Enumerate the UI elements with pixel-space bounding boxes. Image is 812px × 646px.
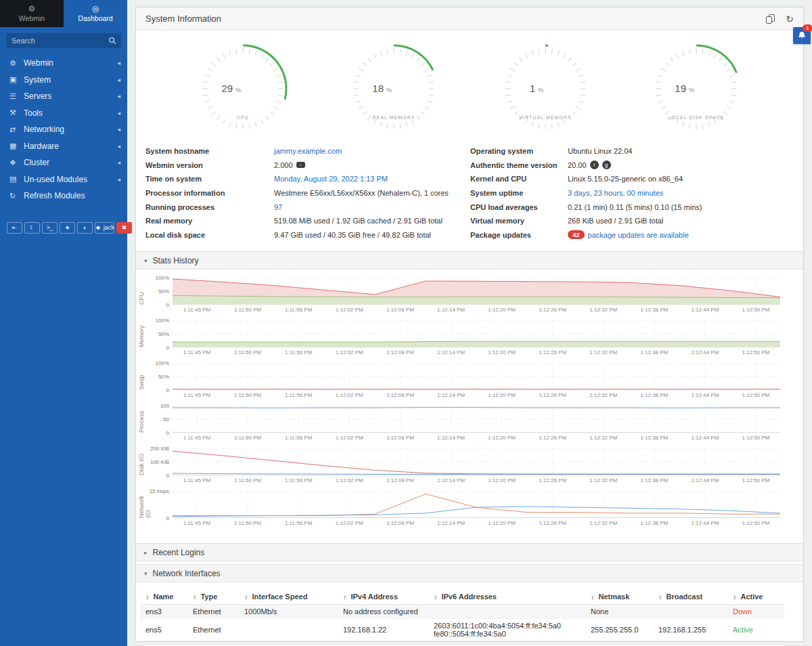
gauge-real-memory: 18%REAL MEMORY <box>343 39 445 140</box>
update-badge-icon[interactable]: ↑ <box>296 162 306 168</box>
x-tick-label: 1:12:32 PM <box>589 349 617 356</box>
info-value: 9.47 GiB used / 40.35 GiB free / 49.82 G… <box>274 231 431 239</box>
notifications-button[interactable]: 1 <box>793 27 811 44</box>
refresh-icon[interactable]: ↻ <box>786 14 794 24</box>
x-tick-label: 1:12:32 PM <box>589 477 617 483</box>
y-tick-label: 15 Kbps <box>150 488 169 494</box>
info-label: Virtual memory <box>468 217 568 225</box>
search-input[interactable] <box>6 33 121 48</box>
section-recent-logins[interactable]: ▸ Recent Logins <box>136 543 803 561</box>
svg-text:LOCAL DISK SPACE: LOCAL DISK SPACE <box>669 115 725 120</box>
column-header-netmask[interactable]: ▲▼Netmask <box>585 589 653 605</box>
y-tick-label: 50 <box>163 416 169 423</box>
sidebar-item-label: Webmin <box>24 58 117 68</box>
column-header-type[interactable]: ▲▼Type <box>187 589 239 605</box>
svg-text:%: % <box>689 87 694 93</box>
cell-active: Down <box>727 605 784 619</box>
sidebar-item-cluster[interactable]: ❖Cluster◂ <box>0 154 127 171</box>
chevron-left-icon: ◂ <box>117 77 120 83</box>
sidebar-item-label: Networking <box>24 125 117 134</box>
sidebar-tabs: ⚙ Webmin ◎ Dashboard <box>0 0 127 27</box>
copy-icon[interactable] <box>765 14 775 24</box>
night-mode-icon[interactable]: ☾ <box>24 222 40 234</box>
chart-disk-i-o: Disk I/O200 KiB100 KiB01:11:45 PM1:11:50… <box>136 448 803 484</box>
hardware-icon: ▦ <box>9 142 22 150</box>
info-value-link[interactable]: 3 days, 23 hours, 00 minutes <box>568 189 663 197</box>
collapse-sidebar-icon[interactable]: ⇤ <box>7 222 22 234</box>
x-tick-label: 1:12:02 PM <box>336 349 363 356</box>
terminal-icon[interactable]: >_ <box>42 222 58 234</box>
sidebar-item-hardware[interactable]: ▦Hardware◂ <box>0 138 127 155</box>
sort-icon: ▲▼ <box>343 595 346 600</box>
sidebar-item-servers[interactable]: ☰Servers◂ <box>0 88 127 105</box>
x-tick-label: 1:12:44 PM <box>691 477 719 483</box>
sort-icon: ▲▼ <box>145 595 149 600</box>
sidebar-item-label: Servers <box>24 91 117 101</box>
chart-axis-title: Process <box>138 406 145 433</box>
info-value: 3 days, 23 hours, 00 minutes <box>568 189 663 197</box>
column-label: Broadcast <box>666 593 702 601</box>
y-tick-label: 0 <box>166 515 169 521</box>
sidebar-item-un-used-modules[interactable]: ▤Un-used Modules◂ <box>0 171 127 188</box>
networking-icon: ⇄ <box>9 125 22 134</box>
notification-count-badge: 1 <box>803 24 812 32</box>
x-tick-label: 1:12:20 PM <box>488 435 516 441</box>
x-tick-label: 1:12:50 PM <box>742 349 770 356</box>
info-circle-icon[interactable]: i <box>590 160 599 169</box>
y-tick-label: 100 <box>160 403 169 409</box>
column-header-ipv6-addresses[interactable]: ▲▼IPv6 Addresses <box>428 589 585 605</box>
main-content: System Information ↻ 29%CPU18%REAL MEMOR… <box>127 0 812 642</box>
section-network-interfaces[interactable]: ▾ Network Interfaces <box>136 564 803 582</box>
info-value-text: 9.47 GiB used / 40.35 GiB free / 49.82 G… <box>274 231 431 239</box>
x-axis-labels: 1:11:45 PM1:11:50 PM1:11:56 PM1:12:02 PM… <box>173 433 780 442</box>
column-header-active[interactable]: ▲▼Active <box>727 589 784 605</box>
section-stats-history[interactable]: ▾ Stats History <box>136 251 803 270</box>
x-tick-label: 1:11:45 PM <box>183 520 210 526</box>
sidebar-footer: ⇤☾>_★◐☻jack✖ <box>7 222 127 234</box>
info-value-link[interactable]: Monday, August 29, 2022 1:13 PM <box>274 175 388 183</box>
favorites-icon[interactable]: ★ <box>60 222 75 234</box>
network-interfaces-table: ▲▼Name▲▼Type▲▼Interface Speed▲▼IPv4 Addr… <box>140 589 784 641</box>
x-tick-label: 1:11:45 PM <box>183 477 210 483</box>
tab-dashboard[interactable]: ◎ Dashboard <box>64 0 127 27</box>
user-button[interactable]: ☻jack <box>95 222 114 234</box>
sidebar-item-refresh-modules[interactable]: ↻Refresh Modules <box>0 188 127 204</box>
info-value: 20.00ig <box>568 160 611 169</box>
system-info-right: Operating systemUbuntu Linux 22.04Authen… <box>468 144 803 242</box>
sidebar-item-tools[interactable]: ⚒Tools◂ <box>0 105 127 122</box>
section-title: Recent Logins <box>153 548 205 557</box>
x-axis-labels: 1:11:45 PM1:11:50 PM1:11:56 PM1:12:02 PM… <box>173 305 780 314</box>
sidebar-item-system[interactable]: ▣System◂ <box>0 72 127 89</box>
sidebar-item-webmin[interactable]: ⚙Webmin◂ <box>0 55 127 72</box>
info-row: Operating systemUbuntu Linux 22.04 <box>468 144 803 158</box>
x-tick-label: 1:12:26 PM <box>539 520 566 526</box>
chevron-left-icon: ◂ <box>117 93 120 100</box>
github-circle-icon[interactable]: g <box>602 160 611 169</box>
column-header-interface-speed[interactable]: ▲▼Interface Speed <box>239 589 338 605</box>
column-header-broadcast[interactable]: ▲▼Broadcast <box>653 589 727 605</box>
sidebar: ⚙ Webmin ◎ Dashboard ⚙Webmin◂▣System◂☰Se… <box>0 0 127 646</box>
x-tick-label: 1:12:08 PM <box>386 307 414 313</box>
x-tick-label: 1:12:02 PM <box>336 307 363 313</box>
x-tick-label: 1:12:44 PM <box>691 349 719 356</box>
info-value-text: 268 KiB used / 2.91 GiB total <box>568 217 663 225</box>
info-value-link[interactable]: 97 <box>274 203 282 211</box>
logout-button[interactable]: ✖ <box>116 222 132 234</box>
servers-icon: ☰ <box>9 92 22 101</box>
x-tick-label: 1:12:44 PM <box>691 307 719 313</box>
sort-icon: ▲▼ <box>591 595 594 600</box>
column-label: Netmask <box>598 593 629 601</box>
info-value-link[interactable]: package updates are available <box>588 231 689 239</box>
sidebar-item-networking[interactable]: ⇄Networking◂ <box>0 121 127 138</box>
column-header-ipv4-address[interactable]: ▲▼IPv4 Address <box>338 589 428 605</box>
theme-icon[interactable]: ◐ <box>77 222 93 234</box>
info-label: Processor information <box>136 189 274 197</box>
y-tick-label: 200 KiB <box>150 446 169 452</box>
column-header-name[interactable]: ▲▼Name <box>140 589 187 605</box>
info-value: jammy.example.com <box>274 147 342 155</box>
info-value-link[interactable]: jammy.example.com <box>274 147 342 155</box>
tab-webmin-label: Webmin <box>19 14 45 22</box>
x-tick-label: 1:11:56 PM <box>285 435 312 441</box>
x-tick-label: 1:11:50 PM <box>234 392 261 398</box>
tab-webmin[interactable]: ⚙ Webmin <box>0 0 64 27</box>
